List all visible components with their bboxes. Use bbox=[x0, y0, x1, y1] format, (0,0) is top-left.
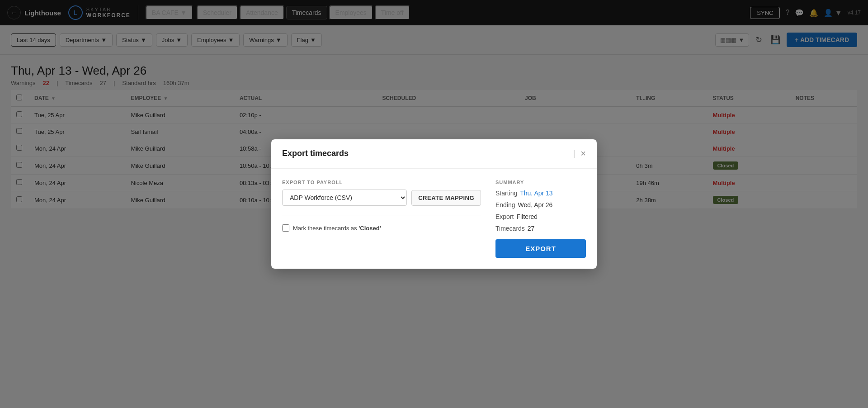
export-payroll-select[interactable]: ADP Workforce (CSV) QuickBooks Paychex bbox=[282, 190, 407, 206]
modal-right: SUMMARY Starting Thu, Apr 13 Ending Wed,… bbox=[495, 180, 586, 258]
export-modal: Export timecards | × EXPORT TO PAYROLL A… bbox=[271, 139, 597, 269]
ending-value: Wed, Apr 26 bbox=[518, 201, 553, 209]
mark-closed-label: Mark these timecards as 'Closed' bbox=[293, 225, 381, 232]
divider-line: | bbox=[573, 149, 576, 158]
modal-body: EXPORT TO PAYROLL ADP Workforce (CSV) Qu… bbox=[271, 169, 597, 269]
export-label: Export bbox=[495, 213, 514, 220]
timecards-label: Timecards bbox=[495, 225, 525, 232]
modal-header: Export timecards | × bbox=[271, 139, 597, 168]
summary-ending: Ending Wed, Apr 26 bbox=[495, 201, 586, 209]
export-value: Filtered bbox=[516, 213, 538, 220]
modal-close-button[interactable]: × bbox=[580, 148, 586, 159]
timecards-value: 27 bbox=[528, 225, 535, 232]
modal-left: EXPORT TO PAYROLL ADP Workforce (CSV) Qu… bbox=[282, 180, 481, 258]
starting-value: Thu, Apr 13 bbox=[520, 190, 552, 197]
export-button[interactable]: EXPORT bbox=[495, 239, 586, 258]
ending-label: Ending bbox=[495, 201, 515, 209]
modal-divider bbox=[282, 215, 481, 215]
create-mapping-button[interactable]: CREATE MAPPING bbox=[411, 190, 481, 206]
summary-starting: Starting Thu, Apr 13 bbox=[495, 190, 586, 197]
modal-overlay: Export timecards | × EXPORT TO PAYROLL A… bbox=[0, 0, 868, 408]
summary-export: Export Filtered bbox=[495, 213, 586, 220]
summary-section-label: SUMMARY bbox=[495, 180, 586, 185]
mark-closed-row: Mark these timecards as 'Closed' bbox=[282, 224, 481, 232]
modal-title: Export timecards bbox=[282, 149, 349, 158]
export-select-row: ADP Workforce (CSV) QuickBooks Paychex C… bbox=[282, 190, 481, 206]
export-section-label: EXPORT TO PAYROLL bbox=[282, 180, 481, 185]
summary-timecards: Timecards 27 bbox=[495, 225, 586, 232]
mark-closed-checkbox[interactable] bbox=[282, 224, 289, 232]
starting-label: Starting bbox=[495, 190, 517, 197]
